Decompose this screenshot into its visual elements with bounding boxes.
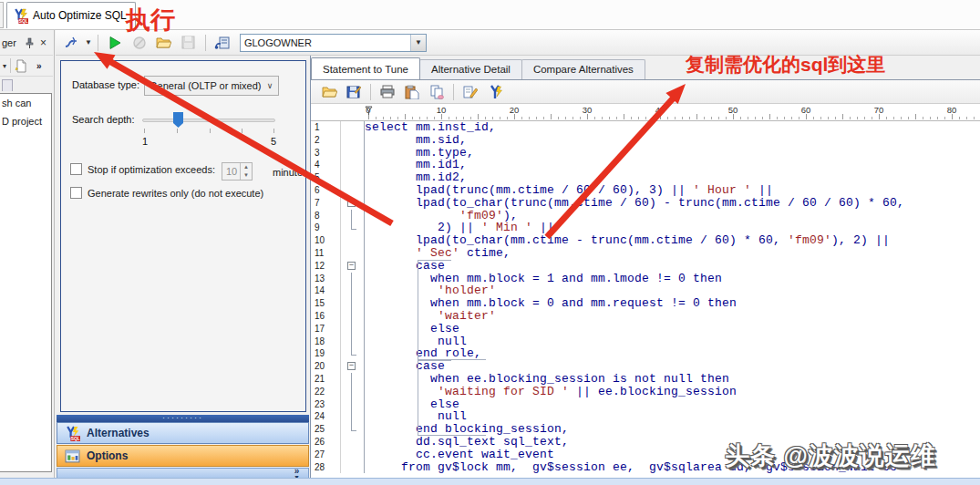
tune-statement-button[interactable] <box>484 82 506 102</box>
clipboard-paste-icon <box>405 85 419 99</box>
spinner-buttons[interactable]: ▲▼ <box>240 163 252 180</box>
line-number: 19 <box>311 347 341 360</box>
options-label: Options <box>87 449 128 462</box>
code-line: 10 lpad(to_char(mm.ctime - trunc(mm.ctim… <box>311 234 980 247</box>
copy-button[interactable] <box>426 82 448 102</box>
watermark-text: 头条 @波波说运维 <box>725 439 936 472</box>
code-line: 4 mm.id1, <box>311 159 980 171</box>
line-number: 24 <box>311 410 341 423</box>
tab-auto-optimize-sql[interactable]: SQL Auto Optimize SQL <box>6 2 136 28</box>
list-item[interactable]: sh can <box>0 94 51 112</box>
line-number: 18 <box>311 335 341 348</box>
minutes-spinner[interactable]: 10 ▲▼ <box>222 162 253 181</box>
fold-margin[interactable]: − <box>341 360 365 373</box>
printer-icon <box>380 85 395 98</box>
code-line: 24 null <box>311 410 980 423</box>
code-line: 14 'holder' <box>311 284 980 297</box>
line-number: 4 <box>311 159 341 171</box>
new-document-icon[interactable] <box>15 59 27 73</box>
ruler-mark: 40 <box>655 105 665 115</box>
code-text: 'fm09'), <box>365 210 980 222</box>
ruler-mark: 20 <box>510 105 520 115</box>
optimize-wizard-button[interactable] <box>60 33 82 53</box>
search-depth-slider-thumb[interactable] <box>173 112 183 128</box>
separator <box>10 58 11 73</box>
code-text: else <box>365 323 980 335</box>
slider-max-label: 5 <box>271 136 276 147</box>
chevron-down-icon: ∨ <box>262 81 278 90</box>
execute-button[interactable] <box>104 33 126 53</box>
code-text: end blocking_session, <box>365 423 980 436</box>
code-text: mm.id1, <box>365 159 980 171</box>
stop-optimization-checkbox[interactable] <box>70 163 82 175</box>
panel-bar-alternatives[interactable]: SQL Alternatives <box>57 422 309 444</box>
tab-statement-to-tune[interactable]: Statement to Tune <box>311 57 420 79</box>
code-text: when mm.block = 0 and mm.request != 0 th… <box>365 297 980 310</box>
panel-bar-options[interactable]: Options <box>57 445 309 467</box>
play-icon <box>108 36 122 50</box>
edit-sql-button[interactable] <box>459 82 481 102</box>
combo-dropdown-button[interactable]: ▼ <box>410 35 426 51</box>
close-icon[interactable]: × <box>40 36 46 49</box>
ruler-mark: 10 <box>437 105 447 115</box>
line-number: 21 <box>311 373 341 386</box>
paste-button[interactable] <box>401 82 423 102</box>
save-sql-button[interactable] <box>343 82 365 102</box>
chevron-down-icon[interactable]: ▾ <box>3 62 6 70</box>
fold-margin[interactable]: − <box>341 197 365 210</box>
code-text: when ee.blocking_session is not null the… <box>365 373 980 386</box>
connection-combobox[interactable]: GLOGOWNER ▼ <box>240 34 427 52</box>
open-sql-button[interactable] <box>318 82 340 102</box>
fold-collapse-icon[interactable]: − <box>347 199 356 207</box>
chevron-down-icon[interactable]: ▼ <box>85 38 92 46</box>
database-type-select[interactable]: General (OLTP or mixed) ∨ <box>144 76 279 96</box>
code-text: null <box>365 335 980 348</box>
search-depth-slider-track[interactable] <box>142 119 275 122</box>
save-button-disabled[interactable] <box>178 33 200 53</box>
code-text: 'waiting for SID ' || ee.blocking_sessio… <box>365 386 980 398</box>
tab-alternative-detail[interactable]: Alternative Detail <box>419 59 522 79</box>
open-folder-icon <box>156 36 171 49</box>
slider-tick <box>273 129 274 133</box>
session-connect-button[interactable] <box>211 33 233 53</box>
generate-rewrites-row: Generate rewrites only (do not execute) <box>70 187 263 199</box>
code-line: 18 null <box>311 335 980 348</box>
stop-optimization-row: Stop if optimization exceeds: <box>70 163 215 175</box>
connection-value: GLOGOWNER <box>241 37 410 48</box>
line-number: 28 <box>311 461 341 474</box>
line-number: 3 <box>311 147 341 160</box>
line-number: 16 <box>311 310 341 323</box>
toolbar-overflow-icon[interactable]: » <box>36 61 42 71</box>
fold-margin <box>341 159 365 171</box>
sidebar-tab-fragment[interactable] <box>2 79 13 91</box>
pin-icon[interactable] <box>24 37 35 48</box>
fold-margin <box>341 398 365 411</box>
code-line: 2 mm.sid, <box>311 134 980 147</box>
ysql-tuning-fork-icon: SQL <box>65 426 80 441</box>
fold-margin <box>341 210 365 222</box>
fold-collapse-icon[interactable]: − <box>347 262 356 270</box>
sidebar-list[interactable]: sh can D project <box>0 93 52 472</box>
code-text: lpad(to_char(mm.ctime - trunc(mm.ctime /… <box>365 234 980 247</box>
panel-splitter[interactable]: ········· <box>57 415 309 422</box>
code-line: 21 when ee.blocking_session is not null … <box>311 373 980 386</box>
separator <box>98 35 98 51</box>
fold-margin[interactable]: − <box>341 260 365 273</box>
generate-rewrites-checkbox[interactable] <box>70 187 82 199</box>
fold-collapse-icon[interactable]: − <box>347 362 356 370</box>
tab-compare-alternatives[interactable]: Compare Alternatives <box>521 59 645 79</box>
editor-toolbar <box>311 80 980 104</box>
line-number: 26 <box>311 436 341 449</box>
list-item[interactable]: D project <box>0 112 51 130</box>
fold-margin <box>341 461 365 474</box>
sql-code-area[interactable]: 1select mm.inst_id,2 mm.sid,3 mm.type,4 … <box>311 121 980 485</box>
print-button[interactable] <box>377 82 398 102</box>
line-number: 14 <box>311 284 341 297</box>
ysql-tuning-fork-icon <box>488 85 502 99</box>
line-number: 9 <box>311 222 341 234</box>
wizard-wand-icon <box>64 36 78 50</box>
separator <box>205 35 206 51</box>
copy-pages-icon <box>429 85 444 99</box>
code-text: 'waiter' <box>365 310 980 323</box>
partial-tab[interactable] <box>0 2 4 28</box>
